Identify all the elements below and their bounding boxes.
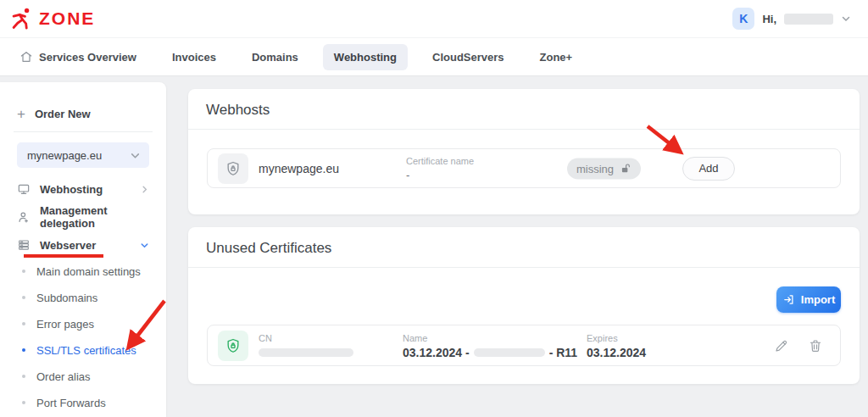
avatar[interactable]: K — [732, 8, 754, 30]
zone-logo[interactable]: ZONE — [10, 7, 95, 31]
sidebar-item-management-delegation[interactable]: Management delegation — [17, 210, 149, 224]
sidebar-subitem-port-forwards[interactable]: Port Forwards — [17, 396, 149, 409]
primary-nav: Services Overview Invoices Domains Webho… — [0, 37, 868, 76]
order-new-button[interactable]: + Order New — [17, 108, 149, 120]
open-padlock-icon — [620, 163, 632, 175]
status-badge: missing — [567, 158, 641, 179]
person-icon — [17, 210, 31, 224]
cn-label: CN — [259, 333, 353, 343]
home-icon — [19, 50, 33, 64]
chevron-down-icon[interactable] — [841, 14, 851, 24]
bullet-icon — [22, 348, 25, 352]
nav-services-overview[interactable]: Services Overview — [8, 43, 147, 70]
unused-certificates-title: Unused Certificates — [188, 227, 860, 257]
name-label: Name — [403, 333, 577, 343]
app-header: ZONE K Hi, — [0, 0, 868, 37]
sidebar-divider — [14, 131, 153, 132]
nav-label: Invoices — [172, 51, 216, 64]
certificate-name-field: Certificate name - — [406, 156, 474, 181]
panel-divider — [188, 267, 860, 268]
certificate-name-value: - — [406, 169, 474, 181]
sidebar-subitem-label: Subdomains — [36, 292, 97, 304]
webhost-domain: mynewpage.eu — [259, 162, 339, 175]
webhosts-title: Webhosts — [188, 89, 860, 119]
domain-select[interactable]: mynewpage.eu — [17, 142, 149, 168]
certificate-name-label: Certificate name — [406, 156, 474, 166]
nav-label: Services Overview — [39, 51, 136, 64]
brand-name: ZONE — [39, 8, 95, 29]
certificate-row: CN Name 03.12.2024 - - R11 Expires 03.12… — [207, 325, 841, 366]
redacted-cn-value — [259, 348, 353, 357]
sidebar-subitem-subdomains[interactable]: Subdomains — [17, 291, 149, 304]
import-button[interactable]: Import — [776, 286, 841, 313]
pencil-icon — [774, 338, 789, 353]
nav-label: Domains — [252, 51, 298, 64]
nav-label: Webhosting — [334, 51, 397, 64]
sidebar-item-webhosting[interactable]: Webhosting — [17, 182, 149, 196]
sidebar-subitem-label: Error pages — [36, 318, 94, 331]
sidebar-item-webserver[interactable]: Webserver — [17, 238, 149, 252]
edit-certificate-button[interactable] — [774, 338, 789, 353]
expires-value: 03.12.2024 — [587, 346, 646, 359]
server-icon — [17, 238, 31, 252]
webhost-row: mynewpage.eu Certificate name - missing … — [207, 148, 841, 188]
sidebar-item-label: Webhosting — [40, 183, 103, 196]
shield-lock-icon — [218, 153, 248, 184]
sidebar-subitem-label: Port Forwards — [36, 397, 106, 409]
status-badge-label: missing — [576, 162, 614, 175]
unused-certificates-panel: Unused Certificates Import CN — [188, 227, 860, 384]
redacted-name-part — [474, 348, 545, 357]
bullet-icon — [22, 401, 25, 404]
expires-label: Expires — [587, 333, 646, 343]
name-field: Name 03.12.2024 - - R11 — [403, 333, 577, 359]
chevron-down-icon — [130, 150, 141, 161]
zone-control-panel: ZONE K Hi, Services Overview Invoices Do… — [0, 0, 868, 417]
plus-icon: + — [17, 108, 25, 120]
expires-field: Expires 03.12.2024 — [587, 333, 646, 359]
nav-label: Zone+ — [540, 51, 573, 64]
nav-invoices[interactable]: Invoices — [161, 44, 227, 70]
trash-icon — [808, 338, 823, 353]
nav-domains[interactable]: Domains — [241, 44, 309, 70]
panel-divider — [188, 129, 860, 130]
name-value-prefix: 03.12.2024 - — [403, 346, 470, 359]
name-value-suffix: - R11 — [549, 346, 577, 359]
cn-field: CN — [259, 333, 353, 360]
webhosts-panel: Webhosts mynewpage.eu Certificate name -… — [188, 89, 860, 214]
sidebar: + Order New mynewpage.eu Webhosting Mana — [0, 82, 166, 417]
monitor-icon — [17, 182, 31, 196]
chevron-down-icon — [140, 241, 149, 250]
domain-select-value: mynewpage.eu — [27, 149, 102, 162]
running-man-icon — [10, 7, 34, 31]
bullet-icon — [22, 322, 25, 325]
sidebar-subitem-main-domain-settings[interactable]: Main domain settings — [17, 264, 149, 278]
sidebar-item-label: Management delegation — [40, 204, 149, 230]
bullet-icon — [22, 296, 25, 299]
sidebar-subitem-order-alias[interactable]: Order alias — [17, 370, 149, 383]
add-certificate-button[interactable]: Add — [682, 157, 735, 181]
sidebar-subitem-ssl-tls-certificates[interactable]: SSL/TLS certificates — [17, 343, 149, 357]
bullet-icon — [22, 375, 25, 378]
bullet-icon — [22, 270, 25, 273]
order-new-label: Order New — [35, 108, 91, 120]
sidebar-item-label: Webserver — [40, 239, 96, 252]
nav-label: CloudServers — [432, 51, 504, 64]
account-menu[interactable]: K Hi, — [732, 8, 851, 30]
shield-check-icon — [218, 331, 248, 361]
nav-cloudservers[interactable]: CloudServers — [421, 44, 515, 70]
greeting-text: Hi, — [762, 13, 776, 25]
sidebar-subitem-error-pages[interactable]: Error pages — [17, 317, 149, 331]
chevron-right-icon — [140, 185, 149, 194]
import-button-label: Import — [801, 293, 835, 306]
redacted-username — [784, 14, 833, 25]
sidebar-subitem-label: Main domain settings — [36, 265, 141, 278]
delete-certificate-button[interactable] — [808, 338, 823, 353]
import-icon — [782, 293, 795, 306]
nav-zone-plus[interactable]: Zone+ — [529, 44, 584, 70]
sidebar-subitem-label: Order alias — [36, 370, 91, 383]
nav-webhosting[interactable]: Webhosting — [323, 44, 408, 70]
sidebar-subitem-label: SSL/TLS certificates — [36, 344, 136, 357]
